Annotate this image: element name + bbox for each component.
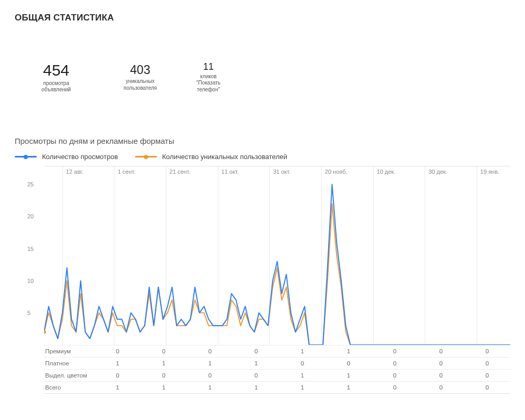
chart-title: Просмотры по дням и рекламные форматы	[15, 136, 510, 145]
y-tick-label: 20	[27, 213, 34, 219]
table-cell: 0	[279, 358, 326, 370]
table-cell: 0	[464, 370, 510, 382]
chart-plot: 12 авг.1 сент.21 сент.11 окт.31 окт.20 н…	[44, 166, 510, 345]
table-cell: 1	[279, 370, 326, 382]
y-tick-label: 10	[27, 278, 34, 284]
chart-legend: Количество просмотров Количество уникаль…	[15, 153, 510, 161]
table-cell: 1	[279, 382, 326, 394]
table-cell: 0	[94, 370, 141, 382]
table-cell: 0	[372, 345, 418, 358]
table-cell: 1	[233, 358, 279, 370]
table-cell: 0	[94, 345, 141, 358]
table-cell: 1	[326, 345, 372, 358]
stat-label: кликов "Показать телефон"	[196, 74, 220, 93]
table-cell: 1	[187, 382, 233, 394]
summary-circles: 454 просмотра объявлений 403 уникальных …	[15, 36, 510, 119]
series-start-marker	[44, 330, 46, 334]
table-cell: 0	[372, 358, 418, 370]
table-cell: 0	[233, 370, 279, 382]
chart-container: 12 авг.1 сент.21 сент.11 окт.31 окт.20 н…	[44, 166, 510, 394]
stat-circle-unique: 403 уникальных пользователя	[107, 44, 173, 110]
page-title: ОБЩАЯ СТАТИСТИКА	[15, 13, 510, 23]
table-cell: 0	[187, 345, 233, 358]
table-cell: 0	[418, 345, 464, 358]
table-cell: 1	[326, 370, 372, 382]
table-cell: 1	[279, 345, 326, 358]
table-cell: 0	[233, 345, 279, 358]
y-tick-label: 25	[27, 181, 34, 187]
stat-value: 403	[130, 63, 150, 77]
table-cell: 1	[141, 358, 187, 370]
line-unique	[44, 204, 510, 345]
table-cell: 0	[187, 370, 233, 382]
legend-label: Количество уникальных пользователей	[162, 153, 287, 161]
legend-item-unique: Количество уникальных пользователей	[135, 153, 287, 161]
table-cell: 1	[326, 382, 372, 394]
line-views	[44, 184, 510, 345]
stat-value: 11	[203, 61, 214, 72]
table-cell: 0	[372, 370, 418, 382]
table-row: Всего111111000	[44, 382, 510, 394]
table-cell: 0	[372, 382, 418, 394]
legend-swatch-orange	[135, 156, 157, 158]
stat-value: 454	[43, 61, 69, 79]
chart-data-table: Премиум000011000Платное111100000Выдел. ц…	[44, 345, 510, 393]
chart-lines	[44, 166, 510, 345]
table-cell: 0	[141, 370, 187, 382]
table-cell: 1	[233, 382, 279, 394]
stat-label: уникальных пользователя	[123, 78, 156, 91]
y-tick-label: 5	[27, 310, 30, 316]
table-cell: 0	[418, 358, 464, 370]
table-row: Премиум000011000	[44, 345, 510, 358]
table-cell: 0	[464, 345, 510, 358]
stat-circle-views: 454 просмотра объявлений	[15, 36, 98, 119]
table-cell: 0	[464, 382, 510, 394]
table-row: Платное111100000	[44, 358, 510, 370]
table-row-header: Премиум	[44, 345, 94, 358]
table-row-header: Выдел. цветом	[44, 370, 94, 382]
table-cell: 0	[418, 382, 464, 394]
table-cell: 0	[418, 370, 464, 382]
y-tick-label: 15	[27, 246, 34, 252]
stat-circle-clicks: 11 кликов "Показать телефон"	[183, 51, 234, 103]
table-cell: 1	[94, 358, 141, 370]
table-row-header: Всего	[44, 382, 94, 394]
table-row-header: Платное	[44, 358, 94, 370]
table-cell: 0	[326, 358, 372, 370]
table-cell: 1	[94, 382, 141, 394]
table-cell: 0	[464, 358, 510, 370]
legend-label: Количество просмотров	[42, 153, 118, 161]
stat-label: просмотра объявлений	[41, 80, 71, 93]
legend-swatch-blue	[15, 156, 37, 158]
table-cell: 0	[141, 345, 187, 358]
table-cell: 1	[187, 358, 233, 370]
table-row: Выдел. цветом000011000	[44, 370, 510, 382]
table-cell: 1	[141, 382, 187, 394]
legend-item-views: Количество просмотров	[15, 153, 118, 161]
